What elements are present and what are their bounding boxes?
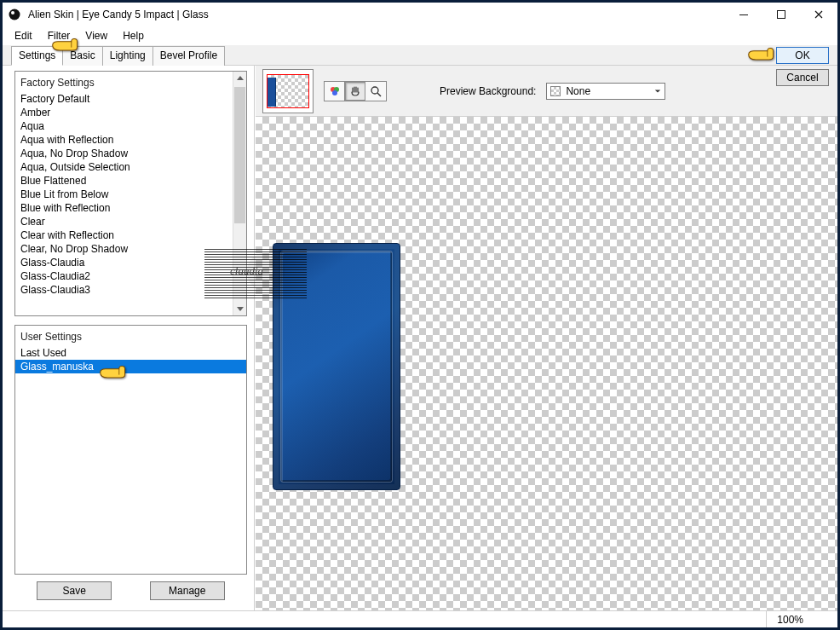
list-item[interactable]: Factory Default <box>15 92 246 106</box>
preview-background-label: Preview Background: <box>440 85 536 97</box>
list-item[interactable]: Glass-Claudia2 <box>15 269 246 283</box>
list-item[interactable]: Last Used <box>15 346 246 360</box>
list-item[interactable]: Aqua with Reflection <box>15 133 246 147</box>
list-item[interactable]: Glass_manuska <box>15 360 246 373</box>
tab-bevel-profile[interactable]: Bevel Profile <box>152 46 225 66</box>
effect-preview-object <box>273 243 400 490</box>
preview-background-select[interactable]: None <box>546 83 665 100</box>
list-item[interactable]: Glass-Claudia3 <box>15 283 246 297</box>
preview-pane: Preview Background: None <box>255 66 837 610</box>
svg-point-6 <box>332 90 337 95</box>
menu-filter[interactable]: Filter <box>41 28 78 43</box>
list-item[interactable]: Amber <box>15 106 246 119</box>
menu-view[interactable]: View <box>78 28 114 43</box>
chevron-down-icon <box>654 85 661 97</box>
list-item[interactable]: Blue Lit from Below <box>15 188 246 201</box>
tab-lighting[interactable]: Lighting <box>102 46 153 66</box>
list-item[interactable]: Blue Flattened <box>15 174 246 188</box>
svg-rect-3 <box>778 10 785 18</box>
factory-settings-list[interactable]: Factory Settings Factory DefaultAmberAqu… <box>14 71 247 316</box>
close-button[interactable] <box>800 3 837 26</box>
list-item[interactable]: Blue with Reflection <box>15 201 246 215</box>
user-settings-list[interactable]: User Settings Last UsedGlass_manuska <box>14 325 247 575</box>
menu-edit[interactable]: Edit <box>8 28 39 43</box>
titlebar: Alien Skin | Eye Candy 5 Impact | Glass <box>3 3 837 26</box>
zoom-level: 100% <box>766 611 814 627</box>
window-title: Alien Skin | Eye Candy 5 Impact | Glass <box>26 9 725 20</box>
tab-settings[interactable]: Settings <box>11 46 63 66</box>
menu-help[interactable]: Help <box>116 28 151 43</box>
app-icon <box>8 8 21 21</box>
preview-tools <box>324 81 387 101</box>
cancel-button[interactable]: Cancel <box>776 69 829 86</box>
preview-thumbnail[interactable] <box>262 69 314 113</box>
tab-basic[interactable]: Basic <box>62 46 102 66</box>
list-item[interactable]: Clear, No Drop Shadow <box>15 242 246 256</box>
factory-scrollbar[interactable] <box>233 72 246 315</box>
list-item[interactable]: Glass-Claudia <box>15 256 246 269</box>
svg-point-1 <box>11 11 14 14</box>
preview-toolbar: Preview Background: None <box>256 66 837 117</box>
svg-point-7 <box>371 87 378 94</box>
settings-sidebar: Factory Settings Factory DefaultAmberAqu… <box>3 66 255 610</box>
list-item[interactable]: Clear <box>15 215 246 228</box>
scroll-down-icon[interactable] <box>233 302 246 315</box>
tab-bar: Settings Basic Lighting Bevel Profile OK <box>3 45 837 66</box>
zoom-tool-icon[interactable] <box>365 82 386 101</box>
scroll-up-icon[interactable] <box>233 72 246 85</box>
svg-point-0 <box>9 9 20 20</box>
svg-rect-2 <box>739 14 748 15</box>
list-item[interactable]: Aqua, Outside Selection <box>15 160 246 174</box>
hand-tool-icon[interactable] <box>345 82 365 101</box>
transparency-swatch-icon <box>550 86 561 96</box>
list-item[interactable]: Aqua, No Drop Shadow <box>15 147 246 160</box>
scrollbar-thumb[interactable] <box>234 87 245 223</box>
manage-button[interactable]: Manage <box>150 581 225 600</box>
color-picker-icon[interactable] <box>325 82 345 101</box>
maximize-button[interactable] <box>762 3 800 26</box>
window-buttons <box>725 3 837 26</box>
save-button[interactable]: Save <box>37 581 112 600</box>
preview-background-value: None <box>566 85 590 97</box>
minimize-button[interactable] <box>725 3 762 26</box>
ok-button[interactable]: OK <box>776 47 829 64</box>
factory-settings-heading: Factory Settings <box>15 72 246 92</box>
user-settings-heading: User Settings <box>15 326 246 346</box>
menubar: Edit Filter View Help <box>3 26 837 45</box>
status-bar: 100% <box>3 610 837 627</box>
preview-canvas[interactable] <box>256 117 837 610</box>
list-item[interactable]: Aqua <box>15 119 246 133</box>
list-item[interactable]: Clear with Reflection <box>15 228 246 242</box>
svg-line-8 <box>377 93 381 96</box>
